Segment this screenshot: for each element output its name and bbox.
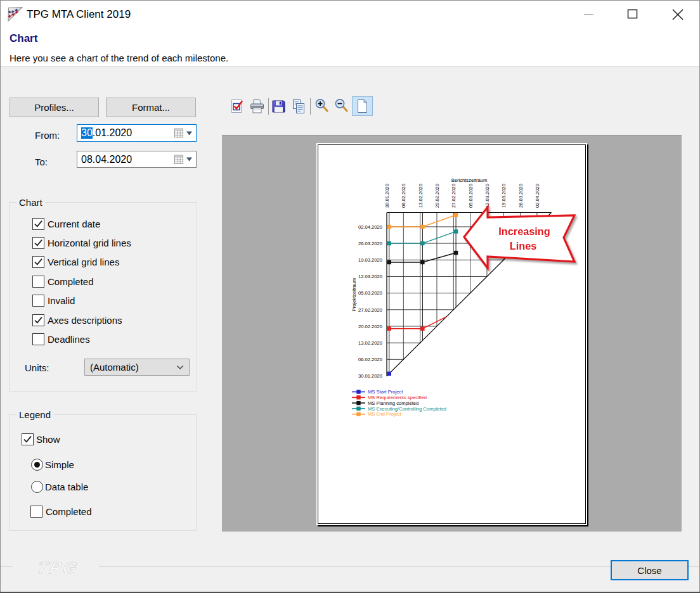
tpg-logo: TPG xyxy=(30,556,90,580)
from-date-selected-segment: 30 xyxy=(81,127,93,139)
maximize-button[interactable] xyxy=(624,5,642,23)
svg-text:12.03.2020: 12.03.2020 xyxy=(484,184,490,208)
chart-option-invalid-checkbox[interactable] xyxy=(32,295,44,307)
svg-text:13.02.2020: 13.02.2020 xyxy=(358,340,382,346)
svg-text:MS Requirements specified: MS Requirements specified xyxy=(368,395,427,400)
chevron-down-icon xyxy=(176,365,184,370)
calendar-icon[interactable] xyxy=(174,129,184,138)
svg-text:02.04.2020: 02.04.2020 xyxy=(535,184,540,208)
legend-show-label: Show xyxy=(36,434,60,445)
from-date-dropdown-arrow-icon[interactable] xyxy=(185,130,193,136)
chart-option-deadlines-checkbox[interactable] xyxy=(32,333,44,345)
zoom-out-icon[interactable] xyxy=(334,98,349,115)
page-description: Here you see a chart of the trend of eac… xyxy=(10,53,228,63)
chart-option-axes-descriptions-checkbox[interactable] xyxy=(32,314,44,326)
chart-option-completed-checkbox[interactable] xyxy=(32,276,44,288)
legend-data-table-radio[interactable] xyxy=(31,481,43,493)
page-title: Chart xyxy=(10,32,37,45)
svg-text:20.02.2020: 20.02.2020 xyxy=(434,184,440,208)
svg-text:26.03.2020: 26.03.2020 xyxy=(358,241,382,246)
units-value: (Automatic) xyxy=(90,362,139,373)
increasing-lines-annotation: IncreasingLines xyxy=(464,207,574,268)
print-options-icon[interactable] xyxy=(230,98,245,115)
window-border-top xyxy=(0,0,700,1)
chart-option-axes-descriptions-label: Axes descriptions xyxy=(48,315,122,326)
legend-data-table-label: Data table xyxy=(45,481,88,492)
svg-text:05.03.2020: 05.03.2020 xyxy=(358,290,382,296)
chart-option-completed-label: Completed xyxy=(48,276,94,287)
legend-simple-label: Simple xyxy=(45,459,74,470)
svg-text:Projektzeitraum: Projektzeitraum xyxy=(351,278,357,312)
full-page-icon[interactable] xyxy=(352,96,373,116)
svg-text:02.04.2020: 02.04.2020 xyxy=(358,224,382,230)
from-label: From: xyxy=(35,130,60,141)
svg-text:MS Executing/Controlling Compl: MS Executing/Controlling Completed xyxy=(368,406,446,412)
chart-option-current-date-label: Current date xyxy=(48,219,100,229)
profiles-button[interactable]: Profiles... xyxy=(10,98,99,117)
window-title: TPG MTA Client 2019 xyxy=(27,8,131,21)
to-date-value: 08.04.2020 xyxy=(81,154,132,165)
footer-divider xyxy=(0,566,13,567)
to-label: To: xyxy=(35,156,48,167)
svg-text:06.02.2020: 06.02.2020 xyxy=(401,184,406,208)
chart-option-vertical-grid-lines-checkbox[interactable] xyxy=(32,256,44,268)
svg-text:19.03.2020: 19.03.2020 xyxy=(501,184,507,208)
minimize-button[interactable] xyxy=(579,6,598,22)
format-button[interactable]: Format... xyxy=(106,98,196,117)
svg-text:30.01.2020: 30.01.2020 xyxy=(358,373,382,379)
window-border-left xyxy=(0,0,1,593)
close-button[interactable]: Close xyxy=(611,560,689,580)
svg-text:Lines: Lines xyxy=(510,240,537,252)
svg-text:30.01.2020: 30.01.2020 xyxy=(384,184,390,208)
legend-simple-radio[interactable] xyxy=(31,459,43,471)
svg-text:MS Planning completed: MS Planning completed xyxy=(368,400,418,406)
chart-option-vertical-grid-lines-label: Vertical grid lines xyxy=(48,257,119,267)
legend-show-checkbox[interactable] xyxy=(22,433,34,445)
footer-divider xyxy=(99,566,700,567)
app-logo-icon xyxy=(8,6,23,22)
legend-group-title: Legend xyxy=(16,409,53,420)
copy-icon[interactable] xyxy=(291,98,306,115)
chart-group-title: Chart xyxy=(16,197,45,208)
chart-option-invalid-label: Invalid xyxy=(48,295,75,306)
legend-completed-checkbox[interactable] xyxy=(30,506,42,518)
to-date-input[interactable]: 08.04.2020 xyxy=(77,151,197,168)
from-date-rest: .01.2020 xyxy=(93,127,132,139)
close-window-button[interactable] xyxy=(668,5,687,23)
svg-text:19.03.2020: 19.03.2020 xyxy=(358,257,382,263)
toolbar-separator xyxy=(310,98,311,115)
svg-text:05.03.2020: 05.03.2020 xyxy=(468,184,474,208)
toolbar-separator xyxy=(268,98,269,115)
svg-text:Increasing: Increasing xyxy=(498,226,550,237)
chart-option-deadlines-label: Deadlines xyxy=(48,334,90,345)
svg-text:27.02.2020: 27.02.2020 xyxy=(451,184,457,208)
save-icon[interactable] xyxy=(271,98,286,115)
chart-page: 30.01.202006.02.202013.02.202020.02.2020… xyxy=(318,144,586,524)
calendar-icon[interactable] xyxy=(174,155,184,164)
svg-text:26.03.2020: 26.03.2020 xyxy=(518,184,524,208)
svg-text:MS Start Project: MS Start Project xyxy=(368,389,403,395)
zoom-in-icon[interactable] xyxy=(314,98,329,115)
preview-toolbar xyxy=(229,96,376,117)
svg-text:13.02.2020: 13.02.2020 xyxy=(418,184,424,208)
svg-text:Berichtszeitraum: Berichtszeitraum xyxy=(451,177,488,183)
to-date-dropdown-arrow-icon[interactable] xyxy=(185,156,193,163)
legend-completed-label: Completed xyxy=(46,506,92,517)
svg-text:12.03.2020: 12.03.2020 xyxy=(358,274,382,279)
chart-option-horizontal-grid-lines-checkbox[interactable] xyxy=(32,237,44,249)
svg-text:27.02.2020: 27.02.2020 xyxy=(358,307,382,313)
chart-option-current-date-checkbox[interactable] xyxy=(32,218,44,230)
svg-text:20.02.2020: 20.02.2020 xyxy=(358,324,382,329)
print-icon[interactable] xyxy=(249,98,265,115)
units-label: Units: xyxy=(25,362,49,373)
svg-text:MS End Project: MS End Project xyxy=(368,411,402,417)
mta-chart: 30.01.202006.02.202013.02.202020.02.2020… xyxy=(318,145,585,523)
units-dropdown[interactable]: (Automatic) xyxy=(84,359,190,376)
from-date-input[interactable]: 30.01.2020 xyxy=(77,124,197,142)
chart-option-horizontal-grid-lines-label: Horizontal grid lines xyxy=(48,238,131,248)
app-window: TPG MTA Client 2019 Chart Here you see a… xyxy=(0,0,700,593)
svg-text:06.02.2020: 06.02.2020 xyxy=(358,357,382,362)
